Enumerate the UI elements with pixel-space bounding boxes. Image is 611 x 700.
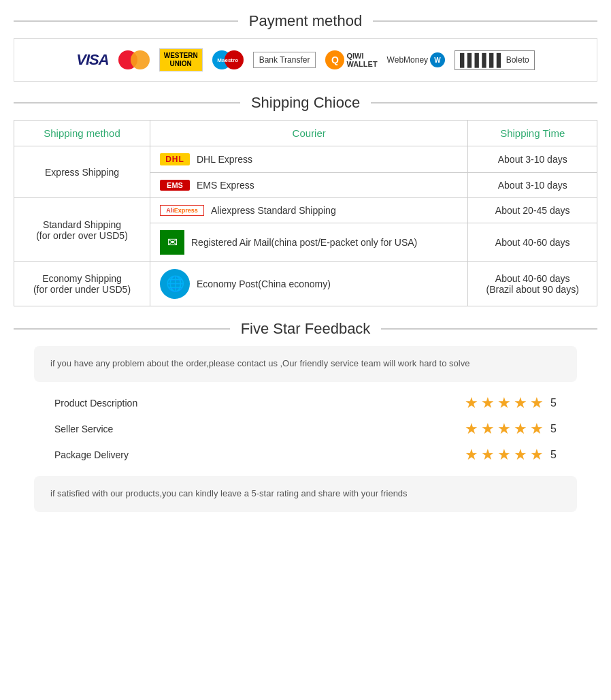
star-1: ★ (465, 420, 478, 438)
time-dhl: About 3-10 days (468, 146, 597, 173)
courier-ems: EMS EMS Express (160, 180, 458, 191)
courier-chinapost: ✉ Registered Air Mail(china post/E-packe… (160, 230, 458, 255)
mastercard-logo (118, 50, 150, 69)
courier-ems-cell: EMS EMS Express (150, 173, 468, 198)
courier-ali: AliExpress Aliexpress Standard Shipping (160, 205, 458, 216)
aliexpress-logo: AliExpress (160, 205, 204, 216)
shipping-section-header: Shipping Chioce (14, 94, 597, 112)
rating-stars-seller: ★ ★ ★ ★ ★ 5 (465, 420, 557, 438)
table-row: Express Shipping DHL DHL Express About 3… (14, 146, 597, 173)
method-economy: Economy Shipping(for order under USD5) (14, 262, 150, 306)
rating-label-product: Product Description (54, 398, 204, 409)
rating-stars-delivery: ★ ★ ★ ★ ★ 5 (465, 446, 557, 464)
shipping-table: Shipping method Courier Shipping Time Ex… (14, 120, 597, 306)
method-express: Express Shipping (14, 146, 150, 198)
time-chinapost: About 40-60 days (468, 223, 597, 262)
courier-ali-cell: AliExpress Aliexpress Standard Shipping (150, 198, 468, 223)
header-line-left (14, 20, 238, 22)
table-row: Standard Shipping(for order over USD5) A… (14, 198, 597, 223)
star-2: ★ (481, 420, 495, 438)
star-4: ★ (514, 446, 527, 464)
webmoney-label: WebMoney (387, 55, 428, 65)
col-header-time: Shipping Time (468, 121, 597, 146)
star-3: ★ (497, 394, 511, 412)
col-header-courier: Courier (150, 121, 468, 146)
courier-chinapost-cell: ✉ Registered Air Mail(china post/E-packe… (150, 223, 468, 262)
courier-dhl: DHL DHL Express (160, 153, 458, 165)
method-standard: Standard Shipping(for order over USD5) (14, 198, 150, 262)
shipping-title: Shipping Chioce (251, 94, 360, 112)
rating-row-delivery: Package Delivery ★ ★ ★ ★ ★ 5 (54, 446, 557, 464)
visa-logo: VISA (76, 51, 108, 69)
header-line-right (373, 20, 597, 22)
star-1: ★ (465, 446, 478, 464)
star-5: ★ (530, 394, 544, 412)
rating-table: Product Description ★ ★ ★ ★ ★ 5 Seller S… (54, 394, 557, 464)
feedback-header-line-left (14, 328, 230, 330)
rating-score-delivery: 5 (550, 449, 557, 461)
dhl-name: DHL Express (197, 154, 252, 165)
rating-label-seller: Seller Service (54, 424, 204, 434)
boleto-logo: ▌▌▌▌▌▌ Boleto (455, 50, 535, 70)
star-4: ★ (514, 420, 527, 438)
payment-section-header: Payment method (14, 12, 597, 30)
qiwi-text: QIWIWALLET (346, 52, 377, 68)
ali-name: Aliexpress Standard Shipping (211, 205, 336, 216)
table-header-row: Shipping method Courier Shipping Time (14, 121, 597, 146)
webmoney-icon: W (430, 52, 445, 67)
star-3: ★ (497, 420, 511, 438)
feedback-title: Five Star Feedback (241, 320, 371, 338)
shipping-header-line-left (14, 102, 240, 104)
qiwi-logo: Q QIWIWALLET (325, 50, 377, 69)
rating-stars-product: ★ ★ ★ ★ ★ 5 (465, 394, 557, 412)
ems-name: EMS Express (197, 180, 254, 191)
courier-un: 🌐 Economy Post(China economy) (160, 269, 458, 299)
rating-row-product: Product Description ★ ★ ★ ★ ★ 5 (54, 394, 557, 412)
bank-transfer-logo: Bank Transfer (253, 52, 316, 68)
time-ems: About 3-10 days (468, 173, 597, 198)
rating-score-seller: 5 (550, 423, 557, 435)
star-1: ★ (465, 394, 478, 412)
time-un: About 40-60 days(Brazil about 90 days) (468, 262, 597, 306)
un-logo: 🌐 (160, 269, 190, 299)
payment-title: Payment method (249, 12, 362, 30)
webmoney-logo: WebMoney W (387, 52, 445, 67)
boleto-barcode-icon: ▌▌▌▌▌▌ (460, 53, 504, 67)
ems-logo: EMS (160, 180, 190, 191)
mc-orange-circle (131, 50, 150, 69)
col-header-method: Shipping method (14, 121, 150, 146)
qiwi-circle: Q (325, 50, 344, 69)
table-row: Economy Shipping(for order under USD5) 🌐… (14, 262, 597, 306)
feedback-section-header: Five Star Feedback (14, 320, 597, 338)
star-2: ★ (481, 446, 495, 464)
payment-logos: VISA WESTERNUNION Maestro Bank Transfer … (14, 38, 597, 82)
payment-section: VISA WESTERNUNION Maestro Bank Transfer … (14, 38, 597, 82)
feedback-section: if you have any problem about the order,… (14, 346, 597, 512)
rating-label-delivery: Package Delivery (54, 449, 204, 460)
feedback-header-line-right (381, 328, 597, 330)
boleto-text: Boleto (506, 55, 529, 65)
dhl-logo: DHL (160, 153, 190, 165)
star-2: ★ (481, 394, 495, 412)
feedback-message-2: if satisfied with our products,you can k… (34, 476, 577, 512)
chinapost-logo: ✉ (160, 230, 184, 255)
maestro-label: Maestro (217, 57, 238, 63)
courier-un-cell: 🌐 Economy Post(China economy) (150, 262, 468, 306)
feedback-message-1: if you have any problem about the order,… (34, 346, 577, 382)
un-name: Economy Post(China economy) (197, 279, 331, 289)
time-ali: About 20-45 days (468, 198, 597, 223)
rating-score-product: 5 (550, 397, 557, 409)
shipping-section: Shipping method Courier Shipping Time Ex… (14, 120, 597, 306)
star-5: ★ (530, 446, 544, 464)
star-3: ★ (497, 446, 511, 464)
rating-row-seller: Seller Service ★ ★ ★ ★ ★ 5 (54, 420, 557, 438)
star-4: ★ (514, 394, 527, 412)
courier-dhl-cell: DHL DHL Express (150, 146, 468, 173)
chinapost-name: Registered Air Mail(china post/E-packet … (191, 237, 417, 248)
shipping-header-line-right (371, 102, 597, 104)
star-5: ★ (530, 420, 544, 438)
western-union-logo: WESTERNUNION (159, 48, 203, 71)
maestro-logo: Maestro (212, 50, 244, 69)
